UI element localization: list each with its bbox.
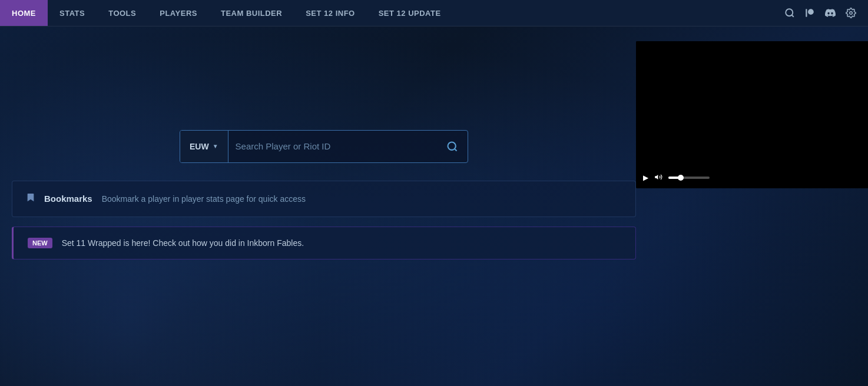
news-text: Set 11 Wrapped is here! Check out how yo… [62,238,304,248]
video-container: ▶ [636,41,868,188]
left-area: EUW ▼ Bookmarks Bookmark a player in [0,26,648,386]
bookmark-icon [26,193,35,205]
search-icon[interactable] [784,8,795,18]
patreon-icon[interactable] [804,8,815,18]
nav-item-tools[interactable]: TOOLS [97,0,148,26]
video-display [636,41,868,167]
speaker-icon [654,173,662,181]
svg-rect-3 [806,9,807,17]
region-label: EUW [190,142,209,151]
bookmarks-title: Bookmarks [44,194,92,204]
region-selector[interactable]: EUW ▼ [180,131,228,162]
navbar: HOME STATS TOOLS PLAYERS TEAM BUILDER SE… [0,0,868,26]
search-input-wrapper [228,131,437,162]
nav-right [784,8,868,18]
search-container: EUW ▼ [180,130,468,163]
svg-point-2 [808,9,814,15]
search-submit-icon [446,141,458,152]
svg-point-4 [850,12,853,15]
main-content: EUW ▼ Bookmarks Bookmark a player in [0,26,868,386]
nav-item-set12-info[interactable]: SET 12 INFO [294,0,367,26]
bookmarks-description: Bookmark a player in player stats page f… [102,194,306,204]
search-button[interactable] [437,131,468,162]
svg-line-6 [455,148,457,151]
nav-items: HOME STATS TOOLS PLAYERS TEAM BUILDER SE… [0,0,784,26]
news-section[interactable]: NEW Set 11 Wrapped is here! Check out ho… [12,227,636,259]
nav-item-players[interactable]: PLAYERS [148,0,209,26]
svg-point-5 [448,142,456,149]
search-input[interactable] [236,141,430,151]
nav-item-team-builder[interactable]: TEAM BUILDER [209,0,294,26]
volume-slider[interactable] [668,177,710,179]
svg-line-1 [791,15,793,16]
bookmarks-section: Bookmarks Bookmark a player in player st… [12,181,636,217]
video-controls: ▶ [636,167,868,188]
settings-icon[interactable] [846,8,856,18]
volume-thumb [678,175,684,181]
nav-item-stats[interactable]: STATS [48,0,97,26]
new-badge: NEW [28,238,52,248]
nav-item-set12-update[interactable]: SET 12 UPDATE [367,0,453,26]
play-button[interactable]: ▶ [643,174,648,182]
chevron-down-icon: ▼ [213,143,218,149]
svg-marker-7 [655,174,658,179]
svg-point-0 [786,9,793,16]
video-panel: ▶ [648,26,868,386]
discord-icon[interactable] [824,8,836,18]
mute-button[interactable] [654,173,662,183]
nav-item-home[interactable]: HOME [0,0,48,26]
